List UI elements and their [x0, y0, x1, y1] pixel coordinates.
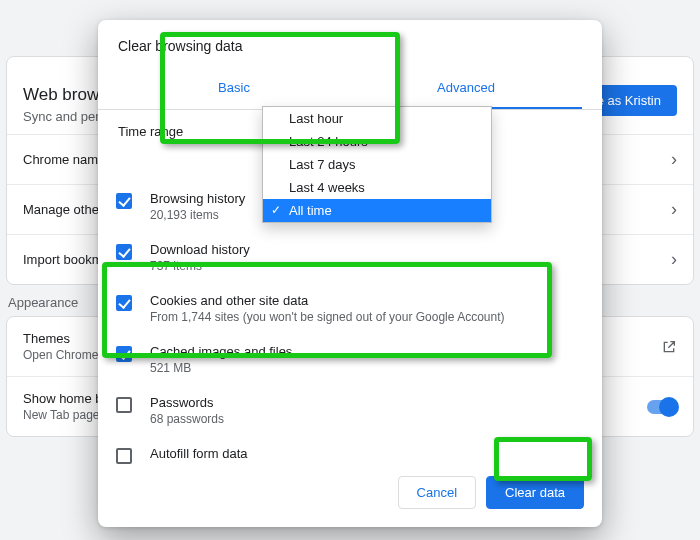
checkbox[interactable]: [116, 244, 132, 260]
dropdown-option[interactable]: Last 7 days: [263, 153, 491, 176]
dropdown-option[interactable]: Last hour: [263, 107, 491, 130]
chevron-right-icon: [671, 249, 677, 270]
external-link-icon: [661, 339, 677, 355]
item-title: Cookies and other site data: [150, 293, 505, 308]
chevron-right-icon: [671, 149, 677, 170]
toggle-home-button[interactable]: [647, 400, 677, 414]
tab-basic[interactable]: Basic: [118, 68, 350, 109]
item-download-history[interactable]: Download history 737 items: [116, 232, 584, 283]
dropdown-option[interactable]: Last 4 weeks: [263, 176, 491, 199]
decorative-swirl: [8, 0, 98, 36]
item-cookies[interactable]: Cookies and other site data From 1,744 s…: [116, 283, 584, 334]
item-passwords[interactable]: Passwords 68 passwords: [116, 385, 584, 436]
item-title: Download history: [150, 242, 250, 257]
checkbox[interactable]: [116, 193, 132, 209]
clear-data-button[interactable]: Clear data: [486, 476, 584, 509]
item-title: Cached images and files: [150, 344, 292, 359]
checkbox[interactable]: [116, 397, 132, 413]
chevron-right-icon: [671, 199, 677, 220]
dialog-title: Clear browsing data: [98, 38, 602, 66]
dropdown-option[interactable]: Last 24 hours: [263, 130, 491, 153]
clear-browsing-data-dialog: Clear browsing data Basic Advanced Time …: [98, 20, 602, 527]
item-title: Browsing history: [150, 191, 245, 206]
dropdown-option-selected[interactable]: All time: [263, 199, 491, 222]
time-range-label: Time range: [118, 124, 183, 139]
dialog-tabs: Basic Advanced: [98, 68, 602, 110]
item-title: Autofill form data: [150, 446, 248, 461]
checkbox[interactable]: [116, 448, 132, 464]
item-sub: 521 MB: [150, 361, 292, 375]
item-sub: 737 items: [150, 259, 250, 273]
item-sub: From 1,744 sites (you won't be signed ou…: [150, 310, 505, 324]
item-cached[interactable]: Cached images and files 521 MB: [116, 334, 584, 385]
tab-advanced[interactable]: Advanced: [350, 68, 582, 109]
item-title: Passwords: [150, 395, 224, 410]
checkbox[interactable]: [116, 295, 132, 311]
checkbox[interactable]: [116, 346, 132, 362]
time-range-dropdown[interactable]: Last hour Last 24 hours Last 7 days Last…: [262, 106, 492, 223]
cancel-button[interactable]: Cancel: [398, 476, 476, 509]
item-sub: 20,193 items: [150, 208, 245, 222]
item-autofill[interactable]: Autofill form data: [116, 436, 584, 464]
item-sub: 68 passwords: [150, 412, 224, 426]
